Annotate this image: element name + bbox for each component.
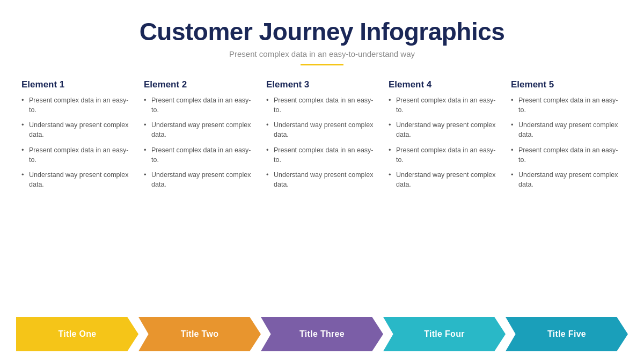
col-title-3: Element 3 [266,79,378,90]
arrow-label-5: Title Five [547,329,586,339]
arrow-item-2[interactable]: Title Two [138,317,261,351]
col-list-2: Present complex data in an easy-to.Under… [144,95,255,195]
accent-line [301,64,343,65]
main-title: Customer Journey Infographics [140,17,505,46]
column-1: Element 1Present complex data in an easy… [16,79,138,317]
page-header: Customer Journey Infographics Present co… [140,0,505,70]
list-item: Understand way present complex data. [389,120,500,139]
arrow-label-3: Title Three [299,329,345,339]
list-item: Understand way present complex data. [21,120,133,139]
arrow-item-1[interactable]: Title One [16,317,138,351]
arrow-item-4[interactable]: Title Four [383,317,506,351]
list-item: Present complex data in an easy-to. [21,145,133,165]
content-area: Element 1Present complex data in an easy… [16,79,628,317]
list-item: Understand way present complex data. [21,170,133,189]
column-2: Element 2Present complex data in an easy… [138,79,261,317]
col-title-2: Element 2 [144,79,255,90]
col-list-4: Present complex data in an easy-to.Under… [389,95,500,195]
arrow-bar: Title OneTitle TwoTitle ThreeTitle FourT… [16,317,628,351]
list-item: Understand way present complex data. [511,120,623,139]
arrow-label-4: Title Four [424,329,465,339]
list-item: Present complex data in an easy-to. [389,95,500,115]
list-item: Present complex data in an easy-to. [21,95,133,115]
col-list-1: Present complex data in an easy-to.Under… [21,95,133,195]
list-item: Understand way present complex data. [266,170,378,189]
col-list-3: Present complex data in an easy-to.Under… [266,95,378,195]
arrow-label-1: Title One [58,329,97,339]
list-item: Understand way present complex data. [511,170,623,189]
list-item: Present complex data in an easy-to. [144,95,255,115]
list-item: Present complex data in an easy-to. [144,145,255,165]
list-item: Understand way present complex data. [389,170,500,189]
list-item: Understand way present complex data. [266,120,378,139]
column-5: Element 5Present complex data in an easy… [506,79,628,317]
list-item: Present complex data in an easy-to. [266,95,378,115]
column-4: Element 4Present complex data in an easy… [383,79,506,317]
list-item: Understand way present complex data. [144,170,255,189]
col-title-1: Element 1 [21,79,133,90]
col-list-5: Present complex data in an easy-to.Under… [511,95,623,195]
subtitle: Present complex data in an easy-to-under… [140,49,505,58]
list-item: Present complex data in an easy-to. [389,145,500,165]
arrow-item-5[interactable]: Title Five [506,317,628,351]
list-item: Present complex data in an easy-to. [511,145,623,165]
list-item: Present complex data in an easy-to. [511,95,623,115]
list-item: Present complex data in an easy-to. [266,145,378,165]
column-3: Element 3Present complex data in an easy… [261,79,383,317]
list-item: Understand way present complex data. [144,120,255,139]
arrow-label-2: Title Two [181,329,219,339]
col-title-5: Element 5 [511,79,623,90]
arrow-item-3[interactable]: Title Three [261,317,383,351]
col-title-4: Element 4 [389,79,500,90]
